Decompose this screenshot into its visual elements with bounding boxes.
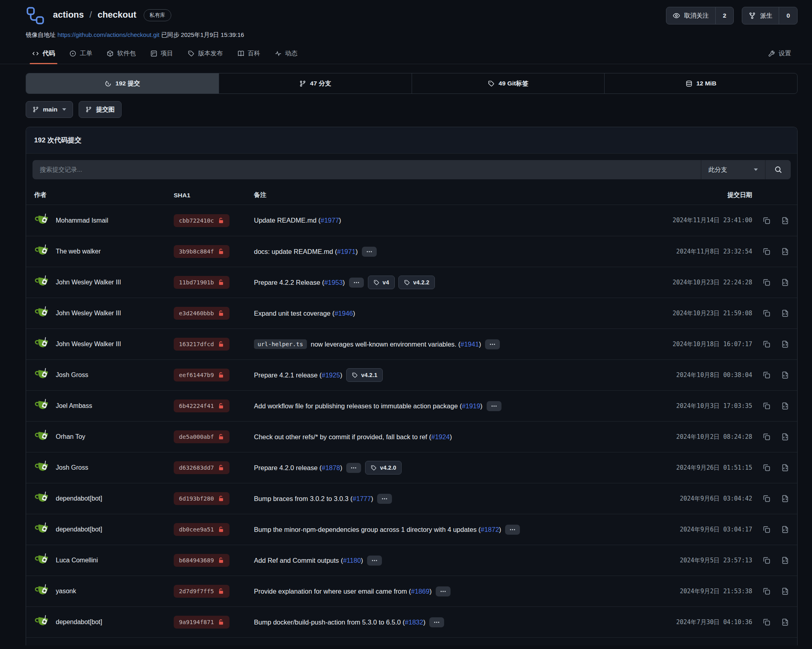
commit-sha-link[interactable]: cbb722410c xyxy=(174,214,229,227)
gitea-cup-avatar[interactable] xyxy=(34,336,50,352)
commit-author-name[interactable]: dependabot[bot] xyxy=(56,495,102,502)
tag-pill[interactable]: v4.2.2 xyxy=(398,276,435,289)
commit-author-name[interactable]: Josh Gross xyxy=(56,371,88,379)
view-file-at-commit-button[interactable] xyxy=(781,217,789,225)
pr-link[interactable]: #1925 xyxy=(322,371,340,379)
copy-sha-button[interactable] xyxy=(763,309,771,317)
mirror-url-link[interactable]: https://github.com/actions/checkout.git xyxy=(57,31,159,38)
gitea-cup-avatar[interactable] xyxy=(34,213,50,229)
expand-commit-button[interactable] xyxy=(362,247,377,257)
pr-link[interactable]: #1832 xyxy=(405,619,423,626)
view-file-at-commit-button[interactable] xyxy=(781,247,789,256)
expand-commit-button[interactable] xyxy=(346,463,361,473)
unwatch-button[interactable]: 取消关注 2 xyxy=(666,7,734,24)
expand-commit-button[interactable] xyxy=(485,339,500,349)
copy-sha-button[interactable] xyxy=(763,525,771,533)
pr-link[interactable]: #1919 xyxy=(462,402,480,410)
view-file-at-commit-button[interactable] xyxy=(781,587,789,595)
commit-author-name[interactable]: The web walker xyxy=(56,248,101,255)
commit-sha-link[interactable]: 2d7d9f7ff5 xyxy=(174,585,229,598)
commit-author-name[interactable]: John Wesley Walker III xyxy=(56,341,121,348)
tab-packages[interactable]: 软件包 xyxy=(100,45,142,64)
commit-sha-link[interactable]: 3b9b8c884f xyxy=(174,245,229,258)
pr-link[interactable]: #1872 xyxy=(481,526,499,533)
copy-sha-button[interactable] xyxy=(763,464,771,472)
tab-settings[interactable]: 设置 xyxy=(762,45,798,64)
view-file-at-commit-button[interactable] xyxy=(781,340,789,348)
commit-author-name[interactable]: Mohammad Ismail xyxy=(56,217,108,224)
expand-commit-button[interactable] xyxy=(436,586,451,596)
commit-sha-link[interactable]: b684943689 xyxy=(174,554,229,567)
pr-link[interactable]: #1777 xyxy=(353,495,371,502)
view-file-at-commit-button[interactable] xyxy=(781,433,789,441)
gitea-cup-avatar[interactable] xyxy=(34,398,50,414)
repo-owner-link[interactable]: actions xyxy=(53,10,84,20)
commit-author-name[interactable]: yasonk xyxy=(56,588,76,595)
copy-sha-button[interactable] xyxy=(763,371,771,379)
commit-graph-button[interactable]: 提交图 xyxy=(79,101,122,118)
tab-issues[interactable]: 工单 xyxy=(63,45,99,64)
commit-author-name[interactable]: dependabot[bot] xyxy=(56,526,102,533)
pr-link[interactable]: #1946 xyxy=(335,310,353,317)
view-file-at-commit-button[interactable] xyxy=(781,525,789,533)
search-button[interactable] xyxy=(765,160,791,179)
commit-sha-link[interactable]: 163217dfcd xyxy=(174,338,229,351)
gitea-cup-avatar[interactable] xyxy=(34,614,50,630)
commit-author-name[interactable]: Luca Comellini xyxy=(56,557,98,564)
tag-pill[interactable]: v4 xyxy=(368,276,395,289)
commit-sha-link[interactable]: 11bd71901b xyxy=(174,276,229,289)
commit-author-name[interactable]: Joel Ambass xyxy=(56,402,92,410)
tab-projects[interactable]: 项目 xyxy=(144,45,180,64)
pr-link[interactable]: #1971 xyxy=(337,248,355,255)
expand-commit-button[interactable] xyxy=(487,401,501,411)
commit-sha-link[interactable]: db0cee9a51 xyxy=(174,523,229,536)
gitea-cup-avatar[interactable] xyxy=(34,521,50,537)
gitea-cup-avatar[interactable] xyxy=(34,274,50,290)
tab-activity[interactable]: 动态 xyxy=(268,45,304,64)
commit-search-input[interactable] xyxy=(32,160,701,179)
view-file-at-commit-button[interactable] xyxy=(781,464,789,472)
commit-sha-link[interactable]: 6d193bf280 xyxy=(174,492,229,505)
expand-commit-button[interactable] xyxy=(377,494,392,504)
commit-author-name[interactable]: John Wesley Walker III xyxy=(56,279,121,286)
commit-author-name[interactable]: dependabot[bot] xyxy=(56,619,102,626)
commit-sha-link[interactable]: 9a9194f871 xyxy=(174,616,229,629)
tab-wiki[interactable]: 百科 xyxy=(231,45,267,64)
view-file-at-commit-button[interactable] xyxy=(781,278,789,286)
commit-author-name[interactable]: Josh Gross xyxy=(56,464,88,471)
pr-link[interactable]: #1878 xyxy=(322,464,340,471)
commit-author-name[interactable]: John Wesley Walker III xyxy=(56,310,121,317)
view-file-at-commit-button[interactable] xyxy=(781,402,789,410)
branch-selector[interactable]: main xyxy=(26,101,73,118)
commit-sha-link[interactable]: e3d2460bbb xyxy=(174,307,229,320)
copy-sha-button[interactable] xyxy=(763,587,771,595)
tab-releases[interactable]: 版本发布 xyxy=(181,45,229,64)
gitea-cup-avatar[interactable] xyxy=(34,305,50,321)
gitea-cup-avatar[interactable] xyxy=(34,429,50,445)
search-scope-dropdown[interactable]: 此分支 xyxy=(701,160,765,179)
pr-link[interactable]: #1180 xyxy=(343,557,361,564)
pr-link[interactable]: #1941 xyxy=(461,341,479,348)
pr-link[interactable]: #1924 xyxy=(431,433,450,440)
view-file-at-commit-button[interactable] xyxy=(781,618,789,626)
forks-count[interactable]: 0 xyxy=(779,7,797,24)
gitea-cup-avatar[interactable] xyxy=(34,552,50,568)
watchers-count[interactable]: 2 xyxy=(715,7,734,24)
commit-sha-link[interactable]: 6b42224f41 xyxy=(174,400,229,412)
pr-link[interactable]: #1953 xyxy=(324,279,343,286)
pr-link[interactable]: #1869 xyxy=(411,588,430,595)
commit-sha-link[interactable]: eef61447b9 xyxy=(174,369,229,381)
expand-commit-button[interactable] xyxy=(429,617,444,627)
view-file-at-commit-button[interactable] xyxy=(781,556,789,564)
gitea-cup-avatar[interactable] xyxy=(34,583,50,599)
copy-sha-button[interactable] xyxy=(763,495,771,503)
view-file-at-commit-button[interactable] xyxy=(781,371,789,379)
expand-commit-button[interactable] xyxy=(505,525,520,535)
copy-sha-button[interactable] xyxy=(763,618,771,626)
repo-name-link[interactable]: checkout xyxy=(97,10,136,20)
fork-button[interactable]: 派生 0 xyxy=(742,7,798,24)
view-file-at-commit-button[interactable] xyxy=(781,309,789,317)
gitea-cup-avatar[interactable] xyxy=(34,367,50,383)
copy-sha-button[interactable] xyxy=(763,402,771,410)
copy-sha-button[interactable] xyxy=(763,340,771,348)
